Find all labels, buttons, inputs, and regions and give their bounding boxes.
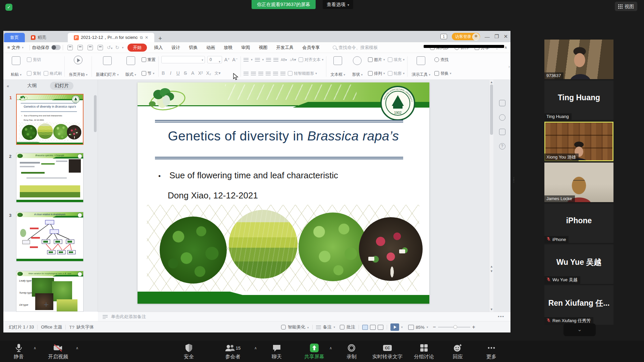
notes-bar[interactable]: 单击此处添加备注 ••• — [98, 312, 511, 321]
copy-button[interactable]: 复制 — [27, 70, 41, 77]
add-slide-button[interactable]: + — [44, 299, 49, 310]
export-icon[interactable] — [77, 45, 83, 50]
comment-label[interactable]: 批注 — [346, 324, 355, 330]
cc-button[interactable]: CC实时转录文字 — [372, 343, 402, 360]
menu-tab-0[interactable]: 开始 — [127, 44, 147, 52]
bullet-list-icon[interactable] — [244, 58, 249, 62]
participants-button[interactable]: 15参会者 — [225, 343, 240, 360]
record-button[interactable]: 录制 — [346, 343, 357, 360]
tab-slides[interactable]: 幻灯片 — [50, 82, 73, 90]
participant-tile-4[interactable]: James Locke — [544, 163, 613, 202]
participants-options-caret[interactable]: ∧ — [254, 346, 257, 350]
redo-icon[interactable]: ↻ — [115, 45, 119, 51]
slide-thumbnail-3[interactable]: 3 A close relative to Arabidopsis — [16, 212, 84, 261]
help-icon[interactable]: ? — [499, 143, 505, 149]
shape-button[interactable]: 形状 ▾ — [349, 55, 365, 78]
slide-title[interactable]: Genetics of diversity in Brassica rapa’s — [17, 105, 83, 108]
new-slide-button[interactable]: 新建幻灯片 ▾ — [95, 55, 120, 78]
picture-button[interactable]: 图片 ▾ — [368, 56, 385, 63]
autosave-toggle[interactable] — [51, 45, 61, 50]
increase-indent-icon[interactable] — [273, 58, 278, 62]
command-search[interactable]: 查找命令、搜索模板 — [333, 45, 378, 51]
breakout-button[interactable]: 分组讨论 — [414, 343, 434, 360]
text-direction-icon[interactable]: ↓A▾ — [289, 56, 296, 63]
increase-font-icon[interactable]: A⁺ — [224, 57, 230, 62]
video-button[interactable]: 开启视频 — [48, 343, 68, 360]
to-smartart-button[interactable]: 转智能图形 ▾ — [288, 70, 317, 77]
participant-tile-3[interactable]: Xiong You 游雄 — [544, 122, 613, 161]
panel-drag-handle[interactable]: ⋮⋮ — [512, 178, 516, 182]
participant-tile-7[interactable]: Ren Xiufang 任...Ren Xiufang 任秀芳 — [544, 285, 613, 325]
slide-thumbnail-1[interactable]: 1 — [16, 94, 84, 145]
chat-button[interactable]: 聊天 — [272, 343, 282, 360]
tab-docer[interactable]: 稻壳 — [25, 33, 52, 42]
zoom-slider[interactable] — [438, 327, 470, 327]
scroll-down-icon[interactable]: ▼ — [489, 308, 494, 311]
scroll-up-icon[interactable]: ▲ — [489, 80, 494, 84]
align-text-button[interactable]: 对齐文本 ▾ — [299, 56, 324, 63]
format-x₂-icon[interactable]: X₂ — [206, 70, 211, 76]
format-x²-icon[interactable]: X² — [198, 70, 203, 76]
slide-date-line[interactable]: Dong Xiao, 12-12-2021 — [168, 190, 258, 201]
close-button[interactable]: ✕ — [503, 34, 508, 40]
customize-toolbar-icon[interactable]: ▾ — [122, 46, 124, 49]
previous-slide-icon[interactable]: ▲ — [489, 265, 494, 268]
ribbon-expand-icon[interactable]: › — [508, 64, 510, 69]
share-options-caret[interactable]: ∧ — [329, 346, 332, 350]
format-s-icon[interactable]: S — [183, 70, 187, 76]
layout-button[interactable]: 版式 ▾ — [123, 55, 139, 78]
align-left-icon[interactable] — [244, 71, 249, 76]
fit-slide-icon[interactable] — [408, 325, 414, 330]
more-button[interactable]: 更多 — [486, 343, 496, 360]
security-button[interactable]: 安全 — [184, 343, 194, 360]
video-options-caret[interactable]: ∧ — [76, 346, 78, 350]
menu-tab-2[interactable]: 设计 — [167, 45, 184, 51]
print-preview-icon[interactable] — [98, 45, 103, 50]
print-icon[interactable] — [88, 45, 93, 50]
new-tab-button[interactable]: + — [158, 35, 162, 42]
beautify-label[interactable]: 智能美化 — [288, 324, 305, 330]
menu-tab-4[interactable]: 动画 — [202, 45, 219, 51]
format-painter-button[interactable]: 格式刷 — [44, 70, 62, 77]
participant-tile-2[interactable]: Ting HuangTing Huang — [544, 80, 613, 120]
decrease-indent-icon[interactable] — [266, 58, 271, 62]
presentation-count-icon[interactable]: 1 — [440, 34, 447, 39]
reactions-button[interactable]: 回应 — [453, 343, 463, 360]
tab-home[interactable]: 首页 — [4, 33, 25, 42]
cut-button[interactable]: 剪切 — [27, 56, 41, 63]
format-a-icon[interactable]: A — [191, 70, 195, 76]
participant-tile-6[interactable]: Wu Yue 吴越Wu Yue 吴越 — [544, 244, 613, 284]
zoom-in-icon[interactable]: + — [472, 324, 475, 330]
scrollbar-thumb[interactable] — [490, 84, 493, 135]
slide-1-thumbnail-content[interactable]: 1902 NANJING AGRICULTURAL UNIVERSITY Gen… — [17, 95, 83, 144]
font-name-select[interactable]: ▾ — [161, 56, 205, 63]
view-options-button[interactable]: 查看选项▾ — [323, 0, 353, 9]
file-menu[interactable]: ≡ 文件 ▾ — [3, 45, 28, 51]
menu-tab-6[interactable]: 审阅 — [237, 45, 254, 51]
zoom-slider-knob[interactable] — [453, 325, 457, 329]
tab-document[interactable]: P 2021-12-12，Pr...n for science ⧉ ✕ — [68, 33, 154, 42]
save-icon[interactable] — [67, 45, 73, 50]
panel-collapse-icon[interactable]: « — [7, 83, 9, 88]
section-button[interactable]: 节 ▾ — [142, 70, 156, 77]
notes-more-icon[interactable]: ••• — [498, 314, 504, 319]
menu-tab-7[interactable]: 视图 — [254, 45, 272, 51]
properties-pane-icon[interactable] — [499, 100, 505, 106]
textbox-button[interactable]: 文本框 ▾ — [329, 55, 346, 78]
tab-outline[interactable]: 大纲 — [22, 82, 41, 90]
menu-tab-1[interactable]: 插入 — [150, 45, 167, 51]
mute-options-caret[interactable]: ∧ — [34, 346, 36, 350]
distribute-icon[interactable] — [273, 71, 278, 76]
phonetic-guide-icon[interactable]: 文▾ — [215, 70, 221, 76]
slide-thumbnail-2[interactable]: 2 Brassica species: U'triangle — [16, 153, 84, 202]
canvas-scrollbar[interactable]: ▲ ▲ ▼ ▼ — [489, 80, 493, 312]
slideshow-play-button[interactable] — [390, 323, 399, 331]
minimize-button[interactable]: — — [485, 34, 490, 40]
participant-tile-1[interactable]: 973637 — [544, 40, 613, 79]
paste-button[interactable]: 粘贴 ▾ — [8, 55, 24, 78]
guest-login-button[interactable]: 访客登录 — [452, 33, 480, 40]
mute-button[interactable]: 静音 — [14, 343, 24, 360]
reset-button[interactable]: 重置 — [142, 56, 156, 63]
restore-button[interactable]: ❐ — [494, 34, 499, 40]
close-tab-icon[interactable]: ✕ — [145, 33, 148, 42]
